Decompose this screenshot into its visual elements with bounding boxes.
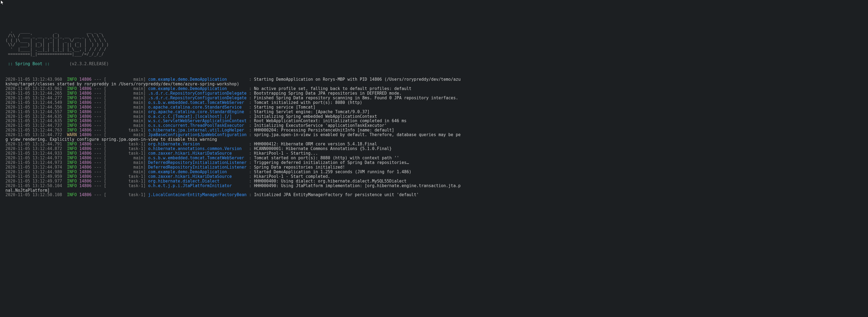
log-pid: 14806 — [79, 183, 92, 188]
log-logger: com.zaxxer.hikari.HikariDataSource — [148, 151, 247, 156]
log-logger: o.s.s.concurrent.ThreadPoolTaskExecutor — [148, 123, 247, 128]
log-thread: [ main] — [104, 132, 148, 137]
log-logger: o.hibernate.jpa.internal.util.LogHelper — [148, 128, 247, 133]
log-timestamp: 2020-11-05 13:12:44.277 — [5, 95, 67, 100]
log-pid: 14806 — [79, 100, 92, 105]
log-message: spring.jpa.open-in-view is enabled by de… — [254, 132, 461, 137]
log-thread: [ task-1] — [104, 142, 148, 146]
log-message: Starting DemoApplication on Rorys-MBP wi… — [254, 77, 461, 82]
log-line: 2020-11-05 13:12:44.933 INFO 14806 --- [… — [5, 151, 868, 156]
log-pid: 14806 — [79, 142, 92, 146]
log-message: HikariPool-1 - Start completed. — [254, 174, 330, 179]
log-level: INFO — [67, 109, 79, 114]
log-level: INFO — [67, 95, 79, 100]
log-line: 2020-11-05 13:12:44.635 INFO 14806 --- [… — [5, 119, 868, 123]
log-thread: [ main] — [104, 123, 148, 128]
log-line: 2020-11-05 13:12:50.104 INFO 14806 --- [… — [5, 183, 868, 188]
log-pid: 14806 — [79, 146, 92, 151]
log-message: Initializing Spring embedded WebApplicat… — [254, 114, 377, 119]
banner-name: :: Spring Boot :: — [5, 61, 52, 66]
log-thread: [ task-1] — [104, 128, 148, 133]
log-level: INFO — [67, 105, 79, 110]
log-pid: 14806 — [79, 160, 92, 165]
log-timestamp: 2020-11-05 13:12:44.763 — [5, 128, 67, 133]
log-line: 2020-11-05 13:12:44.763 INFO 14806 --- [… — [5, 128, 868, 133]
log-level: INFO — [67, 128, 79, 133]
log-level: INFO — [67, 183, 79, 188]
log-level: INFO — [67, 146, 79, 151]
log-level: INFO — [67, 192, 79, 197]
log-message: Root WebApplicationContext: initializati… — [254, 118, 406, 123]
log-line: 2020-11-05 13:12:43.961 INFO 14806 --- [… — [5, 86, 868, 91]
log-logger: DeferredRepositoryInitializationListener — [148, 160, 247, 165]
log-thread: [ main] — [104, 114, 148, 119]
log-thread: [ main] — [104, 109, 148, 114]
log-logger: JpaBaseConfiguration$JpaWebConfiguration — [148, 132, 247, 137]
log-level: INFO — [67, 114, 79, 119]
log-logger: com.zaxxer.hikari.HikariDataSource — [148, 174, 247, 179]
log-timestamp: 2020-11-05 13:12:44.980 — [5, 169, 67, 174]
log-thread: [ main] — [104, 155, 148, 161]
log-level: INFO — [67, 165, 79, 170]
log-level: INFO — [67, 86, 79, 91]
log-line: 2020-11-05 13:12:44.973 INFO 14806 --- [… — [5, 156, 868, 161]
log-timestamp: 2020-11-05 13:12:44.737 — [5, 123, 67, 128]
log-pid: 14806 — [79, 169, 92, 174]
log-thread: [ task-1] — [104, 192, 148, 197]
log-level: INFO — [67, 142, 79, 146]
log-pid: 14806 — [79, 192, 92, 197]
log-level: INFO — [67, 151, 79, 156]
log-pid: 14806 — [79, 118, 92, 123]
log-level: INFO — [67, 77, 79, 82]
log-pid: 14806 — [79, 95, 92, 100]
log-message: Finished Spring Data repository scanning… — [254, 95, 458, 100]
log-level: INFO — [67, 179, 79, 183]
log-line: 2020-11-05 13:12:44.557 INFO 14806 --- [… — [5, 110, 868, 114]
log-message: Starting service [Tomcat] — [254, 105, 315, 110]
log-pid: 14806 — [79, 174, 92, 179]
log-timestamp: 2020-11-05 13:12:50.108 — [5, 192, 67, 197]
log-thread: [ main] — [104, 95, 148, 100]
log-line: 2020-11-05 13:12:49.977 INFO 14806 --- [… — [5, 179, 868, 183]
log-line: 2020-11-05 13:12:43.960 INFO 14806 --- [… — [5, 77, 868, 82]
log-pid: 14806 — [79, 105, 92, 110]
log-message: Started DemoApplication in 1.259 seconds… — [254, 169, 411, 174]
log-thread: [ main] — [104, 100, 148, 105]
log-level: INFO — [67, 155, 79, 161]
log-logger: com.example.demo.DemoApplication — [148, 86, 247, 91]
log-pid: 14806 — [79, 123, 92, 128]
log-pid: 14806 — [79, 151, 92, 156]
log-pid: 14806 — [79, 114, 92, 119]
log-message: No active profile set, falling back to d… — [254, 86, 411, 91]
log-thread: [ main] — [104, 86, 148, 91]
banner-version: (v2.3.2.RELEASE) — [52, 61, 109, 66]
log-pid: 14806 — [79, 155, 92, 161]
log-timestamp: 2020-11-05 13:12:44.556 — [5, 105, 67, 110]
log-line: 2020-11-05 13:12:44.635 INFO 14806 --- [… — [5, 114, 868, 119]
log-message: HHH000490: Using JtaPlatform implementat… — [254, 183, 461, 188]
log-thread: [ main] — [104, 91, 148, 96]
log-level: INFO — [67, 123, 79, 128]
log-line: 2020-11-05 13:12:44.974 INFO 14806 --- [… — [5, 165, 868, 170]
log-timestamp: 2020-11-05 13:12:44.973 — [5, 155, 67, 161]
log-pid: 14806 — [79, 179, 92, 183]
log-thread: [ main] — [104, 165, 148, 170]
log-pid: 14806 — [79, 132, 92, 137]
mouse-cursor-icon — [1, 0, 4, 5]
log-logger: o.h.e.t.j.p.i.JtaPlatformInitiator — [148, 183, 247, 188]
log-message: Spring Data repositories initialized! — [254, 165, 345, 170]
log-line: 2020-11-05 13:12:44.556 INFO 14806 --- [… — [5, 105, 868, 110]
log-timestamp: 2020-11-05 13:12:44.933 — [5, 151, 67, 156]
log-level: INFO — [67, 118, 79, 123]
log-logger: com.example.demo.DemoApplication — [148, 77, 247, 82]
log-message: Starting Servlet engine: [Apache Tomcat/… — [254, 109, 369, 114]
log-pid: 14806 — [79, 128, 92, 133]
log-line: 2020-11-05 13:12:44.772 WARN 14806 --- [… — [5, 133, 868, 137]
log-thread: [ main] — [104, 105, 148, 110]
log-timestamp: 2020-11-05 13:12:44.974 — [5, 165, 67, 170]
log-logger: org.apache.catalina.core.StandardEngine — [148, 109, 247, 114]
log-timestamp: 2020-11-05 13:12:44.872 — [5, 146, 67, 151]
log-message: Bootstrapping Spring Data JPA repositori… — [254, 91, 402, 96]
log-logger: org.hibernate.Version — [148, 142, 247, 146]
log-timestamp: 2020-11-05 13:12:44.973 — [5, 160, 67, 165]
